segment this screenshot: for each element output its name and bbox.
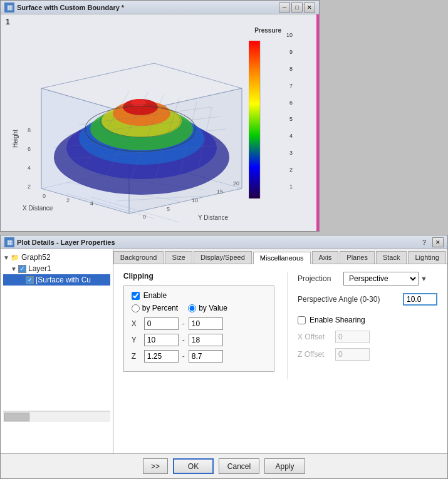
- tab-miscellaneous[interactable]: Miscellaneous: [253, 252, 311, 264]
- tree-expand-graph52: ▼: [3, 254, 11, 261]
- z-label: Z: [132, 352, 144, 361]
- shear-checkbox[interactable]: [298, 316, 306, 324]
- by-percent-radio[interactable]: [132, 304, 140, 312]
- z-min-input[interactable]: [144, 350, 179, 363]
- enable-row: Enable: [132, 291, 266, 300]
- tree-expand-layer1: ▼: [11, 265, 18, 272]
- z-offset-input: [335, 348, 370, 361]
- tabs-bar: Background Size Display/Speed Miscellane…: [113, 249, 447, 264]
- tree-label-graph52: Graph52: [21, 253, 51, 262]
- by-percent-group: by Percent: [132, 304, 178, 312]
- plot-window-title: Surface with Custom Boundary *: [17, 4, 279, 11]
- colorbar-label: Pressure: [254, 27, 281, 34]
- z-dash: -: [182, 352, 185, 361]
- svg-line-10: [41, 63, 154, 88]
- colorbar-tick-2: 2: [286, 167, 293, 173]
- tree-scrollbar[interactable]: [3, 411, 110, 422]
- colorbar-tick-1: 1: [286, 183, 293, 190]
- svg-text:4: 4: [90, 200, 93, 207]
- colorbar-svg: [249, 41, 264, 200]
- tree-label-layer1: Layer1: [28, 264, 51, 273]
- svg-text:20: 20: [233, 180, 239, 187]
- svg-text:15: 15: [217, 188, 223, 195]
- tab-size[interactable]: Size: [165, 251, 192, 264]
- colorbar-tick-5: 5: [286, 116, 293, 122]
- chevron-button[interactable]: >>: [143, 458, 168, 474]
- plot-number: 1: [6, 18, 10, 26]
- surface-checkbox[interactable]: ✓: [26, 276, 34, 284]
- y-min-input[interactable]: [144, 334, 179, 346]
- colorbar-tick-9: 9: [286, 49, 293, 55]
- y-dash: -: [182, 336, 185, 344]
- clipping-box: Enable by Percent by Value: [123, 286, 274, 372]
- help-button[interactable]: ?: [419, 237, 430, 247]
- tab-planes[interactable]: Planes: [340, 251, 375, 264]
- plot-titlebar: ▦ Surface with Custom Boundary * ─ □ ✕: [1, 1, 319, 14]
- y-label: Y: [132, 336, 144, 344]
- svg-text:0: 0: [43, 193, 46, 199]
- z-offset-row: Z Offset: [298, 348, 437, 361]
- close-button[interactable]: ✕: [304, 3, 315, 13]
- projection-select[interactable]: Perspective Orthographic: [343, 272, 419, 286]
- x-label: X: [132, 319, 144, 328]
- svg-text:0: 0: [143, 214, 146, 220]
- svg-line-11: [154, 63, 242, 88]
- ok-button[interactable]: OK: [173, 458, 214, 474]
- tab-lighting[interactable]: Lighting: [408, 251, 446, 264]
- z-offset-label: Z Offset: [298, 350, 335, 359]
- enable-checkbox[interactable]: [132, 292, 140, 300]
- maximize-button[interactable]: □: [291, 3, 303, 13]
- colorbar-tick-4: 4: [286, 133, 293, 139]
- clipping-title: Clipping: [123, 272, 274, 281]
- colorbar-tick-8: 8: [286, 66, 293, 72]
- plot-area: 1: [1, 14, 319, 231]
- x-offset-label: X Offset: [298, 332, 335, 341]
- tab-background[interactable]: Background: [113, 251, 164, 264]
- scrollbar-thumb[interactable]: [4, 413, 29, 421]
- x-max-input[interactable]: [189, 317, 223, 330]
- x-offset-row: X Offset: [298, 331, 437, 343]
- colorbar-tick-3: 3: [286, 150, 293, 156]
- gray-background: [326, 0, 448, 232]
- angle-row: Perspective Angle (0-30): [298, 293, 437, 306]
- z-max-input[interactable]: [189, 350, 223, 363]
- by-value-radio[interactable]: [188, 304, 196, 312]
- by-value-label: by Value: [199, 304, 227, 312]
- svg-text:8: 8: [28, 127, 31, 133]
- shear-row: Enable Shearing: [298, 316, 437, 324]
- svg-text:2: 2: [66, 197, 70, 203]
- tree-panel: ▼ 📁 Graph52 ▼ ✓ Layer1 ✓ [Surface with C…: [1, 249, 113, 453]
- tree-item-surface[interactable]: ✓ [Surface with Cu: [3, 274, 110, 286]
- projection-section: Projection Perspective Orthographic ▼ Pe…: [287, 272, 437, 379]
- apply-button[interactable]: Apply: [264, 458, 305, 474]
- tree-label-surface: [Surface with Cu: [36, 276, 91, 284]
- angle-input[interactable]: [403, 293, 437, 306]
- content-panel: Background Size Display/Speed Miscellane…: [113, 249, 447, 453]
- tab-axis[interactable]: Axis: [312, 251, 339, 264]
- svg-text:4: 4: [28, 165, 31, 171]
- y-max-input[interactable]: [189, 334, 223, 346]
- enable-label: Enable: [143, 291, 167, 300]
- svg-text:6: 6: [28, 146, 31, 152]
- x-min-input[interactable]: [144, 317, 179, 330]
- svg-text:5: 5: [167, 206, 170, 212]
- dialog-body: ▼ 📁 Graph52 ▼ ✓ Layer1 ✓ [Surface with C…: [1, 249, 447, 453]
- folder-icon-graph52: 📁: [11, 253, 19, 262]
- minimize-button[interactable]: ─: [279, 3, 290, 13]
- svg-point-24: [131, 99, 146, 106]
- svg-text:X Distance: X Distance: [23, 205, 53, 212]
- cancel-button[interactable]: Cancel: [219, 458, 259, 474]
- svg-text:10: 10: [192, 197, 198, 203]
- dialog-close-button[interactable]: ✕: [432, 237, 444, 247]
- tab-stack[interactable]: Stack: [376, 251, 407, 264]
- y-range-row: Y -: [132, 334, 266, 346]
- shear-label: Enable Shearing: [310, 316, 365, 324]
- plot-window: ▦ Surface with Custom Boundary * ─ □ ✕ 1: [0, 0, 320, 232]
- radio-row: by Percent by Value: [132, 304, 266, 312]
- svg-text:Y Distance: Y Distance: [198, 214, 229, 221]
- dialog-title: Plot Details - Layer Properties: [17, 239, 419, 246]
- tab-display-speed[interactable]: Display/Speed: [194, 251, 252, 264]
- layer1-checkbox[interactable]: ✓: [18, 265, 26, 273]
- tree-item-layer1[interactable]: ▼ ✓ Layer1: [3, 263, 110, 274]
- tree-item-graph52[interactable]: ▼ 📁 Graph52: [3, 252, 110, 263]
